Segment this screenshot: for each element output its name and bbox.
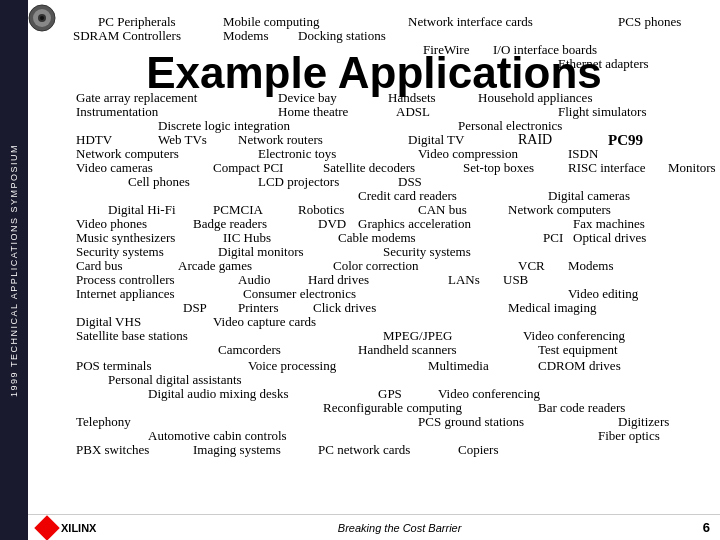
lans: LANs xyxy=(448,272,480,288)
adsl: ADSL xyxy=(396,104,430,120)
monitors: Monitors xyxy=(668,160,716,176)
svg-point-3 xyxy=(40,16,44,20)
bottom-bar: XILINX Breaking the Cost Barrier 6 xyxy=(28,514,720,540)
page-number: 6 xyxy=(703,520,710,535)
pci-top: PCI xyxy=(543,230,563,246)
pcs-ground-stations: PCS ground stations xyxy=(418,414,524,430)
cd-icon xyxy=(28,4,56,36)
pc-network-cards: PC network cards xyxy=(318,442,410,458)
sdram-controllers: SDRAM Controllers xyxy=(73,28,181,44)
usb: USB xyxy=(503,272,528,288)
sidebar: 1999 TECHNICAL APPLICATIONS SYMPOSIUM xyxy=(0,0,28,540)
instrumentation: Instrumentation xyxy=(76,104,158,120)
main-content: Example Applications PC PeripheralsMobil… xyxy=(28,0,720,540)
satellite-base-stations: Satellite base stations xyxy=(76,328,188,344)
cell-phones: Cell phones xyxy=(128,174,190,190)
xilinx-text: XILINX xyxy=(61,522,96,534)
bar-code-readers: Bar code readers xyxy=(538,400,625,416)
set-top-boxes: Set-top boxes xyxy=(463,160,534,176)
bottom-caption: Breaking the Cost Barrier xyxy=(338,522,462,534)
medical-imaging: Medical imaging xyxy=(508,300,596,316)
dsp: DSP xyxy=(183,300,207,316)
raid: RAID xyxy=(518,132,552,148)
test-equipment: Test equipment xyxy=(538,342,618,358)
risc-interface: RISC interface xyxy=(568,160,646,176)
cdrom-drives: CDROM drives xyxy=(538,358,621,374)
modems-bottom: Modems xyxy=(568,258,614,274)
voice-processing: Voice processing xyxy=(248,358,336,374)
lcd-projectors: LCD projectors xyxy=(258,174,339,190)
xilinx-logo: XILINX xyxy=(38,519,96,537)
fiber-optics: Fiber optics xyxy=(598,428,660,444)
sidebar-label: 1999 TECHNICAL APPLICATIONS SYMPOSIUM xyxy=(9,144,19,397)
modems-top: Modems xyxy=(223,28,269,44)
pbx-switches: PBX switches xyxy=(76,442,149,458)
internet-appliances: Internet appliances xyxy=(76,286,175,302)
pcs-phones: PCS phones xyxy=(618,14,681,30)
copiers: Copiers xyxy=(458,442,498,458)
pc99: PC99 xyxy=(608,132,643,149)
imaging-systems: Imaging systems xyxy=(193,442,281,458)
multimedia: Multimedia xyxy=(428,358,489,374)
flight-simulators: Flight simulators xyxy=(558,104,646,120)
telephony: Telephony xyxy=(76,414,131,430)
docking-stations: Docking stations xyxy=(298,28,386,44)
page-title: Example Applications xyxy=(38,48,710,98)
camcorders: Camcorders xyxy=(218,342,281,358)
click-drives: Click drives xyxy=(313,300,376,316)
optical-drives: Optical drives xyxy=(573,230,646,246)
handheld-scanners: Handheld scanners xyxy=(358,342,457,358)
video-capture-cards: Video capture cards xyxy=(213,314,316,330)
network-interface-cards: Network interface cards xyxy=(408,14,533,30)
xilinx-diamond-icon xyxy=(34,515,59,540)
digital-audio-mixing: Digital audio mixing desks xyxy=(148,386,288,402)
